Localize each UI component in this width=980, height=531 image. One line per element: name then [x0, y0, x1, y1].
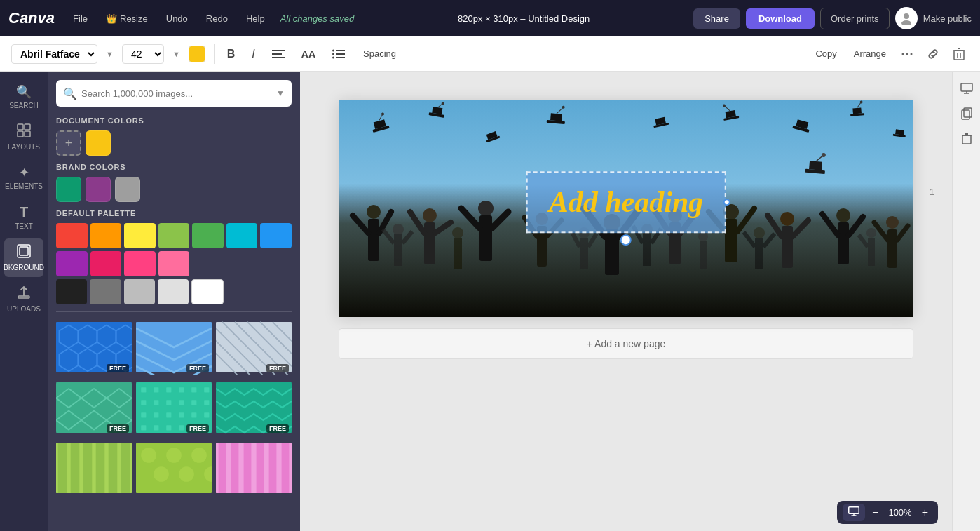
background-item-8[interactable] [136, 440, 212, 496]
palette-cell[interactable] [158, 251, 190, 276]
sidebar-icons: 🔍 SEARCH LAYOUTS ✦ ELEMENTS T TEXT BKGRO… [0, 72, 48, 531]
background-item-7[interactable] [56, 440, 132, 496]
spacing-button[interactable]: Spacing [358, 46, 402, 62]
sidebar-item-text[interactable]: T TEXT [4, 199, 43, 236]
delete-button[interactable] [949, 45, 969, 63]
undo-btn[interactable]: Undo [161, 11, 193, 27]
text-toolbar: Abril Fatface ▼ 42 ▼ B I AA Spacing Copy… [0, 36, 980, 72]
palette-cell[interactable] [260, 251, 292, 276]
default-palette-label: DEFAULT PALETTE [56, 209, 292, 217]
background-item-5[interactable]: FREE [136, 379, 212, 436]
elements-icon: ✦ [19, 165, 29, 180]
present-icon[interactable] [957, 79, 976, 98]
palette-cell[interactable] [192, 223, 224, 248]
palette-cell[interactable] [124, 223, 156, 248]
text-icon: T [20, 204, 28, 220]
resize-btn[interactable]: 👑 Resize [100, 11, 154, 27]
more-options-button[interactable] [897, 46, 917, 62]
align-button[interactable] [268, 46, 289, 62]
background-item-6[interactable]: FREE [216, 379, 292, 436]
palette-cell[interactable] [90, 251, 122, 276]
free-badge: FREE [186, 424, 209, 433]
share-button[interactable]: Share [693, 8, 740, 29]
palette-cell[interactable] [192, 251, 224, 276]
resize-handle[interactable] [723, 199, 730, 206]
text-size-button[interactable]: AA [297, 46, 320, 62]
search-bar[interactable]: 🔍 ▼ [56, 80, 292, 107]
canvas-area: Add heading 1 + Add a new page [300, 72, 952, 531]
sidebar-item-layouts[interactable]: LAYOUTS [4, 118, 43, 156]
palette-cell[interactable] [124, 279, 155, 304]
palette-cell[interactable] [56, 251, 88, 276]
avatar[interactable] [895, 7, 918, 29]
canva-logo[interactable]: Canva [8, 9, 55, 27]
list-button[interactable] [328, 46, 349, 62]
present-button[interactable] [843, 504, 865, 521]
svg-rect-172 [887, 229, 897, 268]
duplicate-icon[interactable] [957, 104, 976, 123]
sidebar-label-layouts: LAYOUTS [8, 143, 40, 151]
palette-cell[interactable] [56, 223, 88, 248]
background-item-9[interactable] [216, 440, 292, 496]
background-item-2[interactable]: FREE [136, 319, 212, 375]
svg-rect-123 [852, 108, 862, 114]
svg-point-90 [154, 466, 169, 482]
search-input[interactable] [81, 88, 276, 99]
font-family-select[interactable]: Abril Fatface [11, 44, 97, 64]
heading-overlay[interactable]: Add heading [526, 171, 726, 233]
download-button[interactable]: Download [746, 8, 815, 29]
palette-cell[interactable] [158, 223, 190, 248]
brand-color-1[interactable] [56, 177, 81, 202]
background-item-3[interactable]: FREE [216, 319, 292, 375]
free-badge: FREE [107, 364, 129, 372]
svg-point-8 [332, 49, 334, 51]
redo-btn[interactable]: Redo [200, 11, 233, 27]
nav-right-actions: Share Download Order prints Make public [693, 7, 972, 29]
background-item-4[interactable]: FREE [56, 379, 132, 436]
brand-color-2[interactable] [86, 177, 111, 202]
copy-button[interactable]: Copy [810, 46, 842, 62]
font-size-select[interactable]: 42 [122, 44, 164, 64]
add-page-button[interactable]: + Add a new page [339, 328, 913, 359]
sidebar-item-uploads[interactable]: UPLOADS [4, 280, 43, 318]
palette-cell[interactable] [124, 251, 156, 276]
make-public-button[interactable]: Make public [923, 13, 972, 24]
help-btn[interactable]: Help [240, 11, 271, 27]
svg-rect-203 [962, 135, 971, 144]
add-color-button[interactable]: + [56, 130, 81, 156]
sidebar-item-background[interactable]: BKGROUND [4, 238, 43, 277]
file-menu[interactable]: File [67, 11, 93, 27]
palette-cell[interactable] [261, 279, 292, 304]
order-prints-button[interactable]: Order prints [820, 8, 890, 29]
svg-point-163 [780, 212, 794, 226]
italic-button[interactable]: I [247, 45, 259, 63]
zoom-in-button[interactable]: + [918, 505, 932, 520]
palette-cell[interactable] [90, 223, 122, 248]
toolbar-right: Copy Arrange [810, 45, 969, 63]
palette-cell[interactable] [56, 279, 87, 304]
palette-cell[interactable] [226, 251, 258, 276]
palette-cell[interactable] [226, 279, 257, 304]
arrange-button[interactable]: Arrange [848, 46, 892, 62]
trash-icon[interactable] [957, 129, 976, 149]
sidebar-item-search[interactable]: 🔍 SEARCH [4, 79, 43, 115]
palette-cell[interactable] [260, 223, 292, 248]
svg-point-12 [906, 53, 908, 55]
text-color-swatch[interactable] [189, 46, 205, 62]
bold-button[interactable]: B [223, 45, 240, 63]
link-button[interactable] [923, 45, 944, 63]
document-color-1[interactable] [86, 130, 111, 156]
palette-cell[interactable] [90, 279, 121, 304]
canvas-image[interactable]: Add heading [339, 100, 913, 317]
palette-cell[interactable] [191, 279, 224, 304]
background-item-1[interactable]: FREE [56, 319, 132, 375]
sidebar-item-elements[interactable]: ✦ ELEMENTS [4, 159, 43, 196]
background-panel: 🔍 ▼ DOCUMENT COLORS + BRAND COLORS DEFAU… [48, 72, 300, 531]
rotation-handle[interactable] [620, 234, 632, 246]
zoom-out-button[interactable]: − [868, 505, 883, 520]
palette-cell[interactable] [226, 223, 258, 248]
palette-cell[interactable] [158, 279, 189, 304]
brand-color-3[interactable] [115, 177, 140, 202]
svg-point-89 [191, 448, 207, 463]
search-icon: 🔍 [16, 84, 32, 100]
